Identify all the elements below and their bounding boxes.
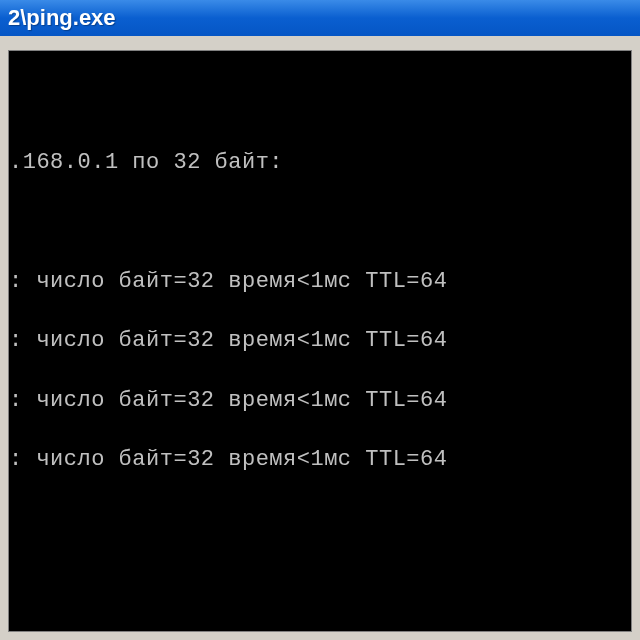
console-output: .168.0.1 по 32 байт: : число байт=32 вре… xyxy=(8,50,632,632)
console-frame: .168.0.1 по 32 байт: : число байт=32 вре… xyxy=(0,36,640,640)
window: 2\ping.exe .168.0.1 по 32 байт: : число … xyxy=(0,0,640,640)
ping-reply-line: : число байт=32 время<1мс TTL=64 xyxy=(9,267,631,297)
ping-reply-line: : число байт=32 время<1мс TTL=64 xyxy=(9,386,631,416)
ping-reply-line: : число байт=32 время<1мс TTL=64 xyxy=(9,445,631,475)
ping-header: .168.0.1 по 32 байт: xyxy=(9,148,631,178)
ping-reply-line: : число байт=32 время<1мс TTL=64 xyxy=(9,326,631,356)
window-title: 2\ping.exe xyxy=(8,5,116,31)
titlebar[interactable]: 2\ping.exe xyxy=(0,0,640,36)
console-blank xyxy=(9,207,631,237)
console-blank xyxy=(9,89,631,119)
